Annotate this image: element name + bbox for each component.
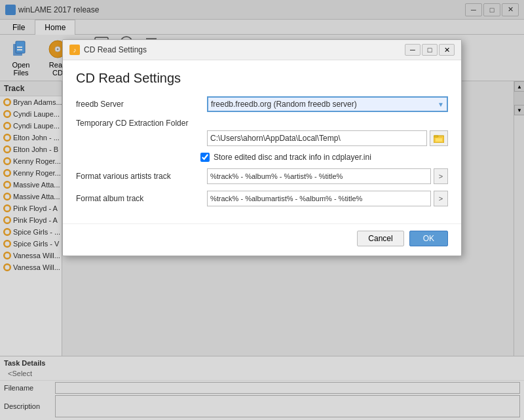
cd-read-settings-dialog: ♪ CD Read Settings ─ □ ✕ CD Read Setting… <box>62 39 462 256</box>
cancel-button[interactable]: Cancel <box>357 231 403 246</box>
temp-folder-input[interactable] <box>207 130 427 146</box>
format-various-input[interactable] <box>207 168 431 184</box>
dialog-title-buttons: ─ □ ✕ <box>405 44 455 56</box>
temp-folder-label-row: Temporary CD Extraction Folder <box>76 119 448 128</box>
freedb-server-row: freedb Server freedb.freedb.org (Random … <box>76 96 448 112</box>
temp-folder-row <box>76 130 448 146</box>
dialog-titlebar: ♪ CD Read Settings ─ □ ✕ <box>63 40 461 60</box>
dialog-minimize-button[interactable]: ─ <box>405 44 421 56</box>
store-info-checkbox[interactable] <box>200 153 210 162</box>
dialog-maximize-button[interactable]: □ <box>422 44 438 56</box>
format-album-arrow-button[interactable]: > <box>434 191 448 206</box>
format-various-row: Format various artists track > <box>76 168 448 184</box>
dialog-body: CD Read Settings freedb Server freedb.fr… <box>63 60 461 223</box>
dialog-heading: CD Read Settings <box>76 71 448 86</box>
format-album-control: > <box>207 191 448 206</box>
modal-overlay: ♪ CD Read Settings ─ □ ✕ CD Read Setting… <box>0 0 524 420</box>
checkbox-row: Store edited disc and track info in cdpl… <box>76 153 448 162</box>
format-various-label: Format various artists track <box>76 172 200 181</box>
temp-folder-label: Temporary CD Extraction Folder <box>76 119 188 128</box>
svg-rect-19 <box>434 136 438 137</box>
format-various-arrow-button[interactable]: > <box>434 168 448 184</box>
temp-folder-control <box>207 130 448 146</box>
format-album-label: Format album track <box>76 194 200 203</box>
dialog-title-icon: ♪ <box>69 45 80 55</box>
dialog-footer: Cancel OK <box>63 223 461 256</box>
browse-folder-button[interactable] <box>430 130 448 146</box>
freedb-server-label: freedb Server <box>76 100 200 109</box>
format-album-input[interactable] <box>207 191 431 206</box>
checkbox-label: Store edited disc and track info in cdpl… <box>214 153 371 162</box>
dialog-close-button[interactable]: ✕ <box>439 44 455 56</box>
ok-button[interactable]: OK <box>409 231 448 246</box>
format-various-control: > <box>207 168 448 184</box>
freedb-server-control: freedb.freedb.org (Random freedb server)… <box>207 96 448 112</box>
dropdown-arrow-icon: ▼ <box>438 101 444 108</box>
format-album-row: Format album track > <box>76 191 448 206</box>
freedb-server-dropdown[interactable]: freedb.freedb.org (Random freedb server)… <box>207 96 448 112</box>
dialog-title-text: CD Read Settings <box>84 45 405 54</box>
